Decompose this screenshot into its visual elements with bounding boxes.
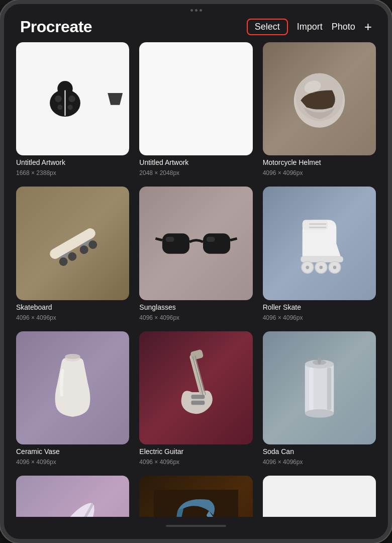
- artwork-thumbnail: [263, 331, 376, 444]
- svg-point-43: [305, 409, 334, 418]
- tablet-inner: Procreate Select Import Photo +: [4, 4, 388, 539]
- svg-rect-23: [303, 220, 328, 230]
- svg-rect-47: [327, 368, 331, 410]
- header: Procreate Select Import Photo +: [4, 14, 388, 42]
- svg-point-3: [55, 96, 62, 103]
- artwork-title: Roller Skate: [263, 303, 376, 311]
- artwork-size: 4096 × 4096px: [139, 314, 252, 321]
- list-item[interactable]: Untitled Artwork 2048 × 2048px: [139, 42, 252, 176]
- svg-line-20: [230, 238, 237, 240]
- list-item[interactable]: Electric Guitar 4096 × 4096px: [139, 331, 252, 466]
- list-item[interactable]: Ceramic Vase 4096 × 4096px: [16, 331, 129, 466]
- svg-rect-35: [189, 354, 205, 395]
- svg-rect-36: [190, 349, 204, 360]
- svg-point-34: [65, 354, 80, 359]
- artwork-size: 2048 × 2048px: [139, 169, 252, 176]
- svg-rect-40: [191, 401, 205, 405]
- artwork-grid: Untitled Artwork 1668 × 2388px Untitled …: [16, 42, 376, 517]
- header-actions: Select Import Photo +: [247, 19, 372, 35]
- svg-rect-17: [162, 233, 189, 254]
- scroll-indicator: [166, 525, 226, 527]
- artwork-title: Sunglasses: [139, 303, 252, 311]
- add-button[interactable]: +: [364, 19, 372, 35]
- svg-rect-39: [191, 395, 205, 399]
- top-bar: [4, 4, 388, 14]
- artwork-thumbnail: [263, 42, 376, 155]
- artwork-size: 4096 × 4096px: [263, 314, 376, 321]
- svg-rect-22: [206, 236, 215, 241]
- list-item[interactable]: Untitled Artwork 1668 × 2388px: [16, 42, 129, 176]
- dot-1: [190, 9, 193, 12]
- artwork-title: Soda Can: [263, 447, 376, 456]
- svg-point-6: [68, 105, 73, 110]
- svg-point-15: [78, 244, 90, 255]
- artwork-title: Electric Guitar: [139, 447, 252, 456]
- svg-rect-21: [165, 236, 174, 241]
- svg-line-19: [155, 238, 162, 240]
- svg-point-32: [333, 265, 336, 269]
- app-title: Procreate: [20, 18, 92, 36]
- import-button[interactable]: Import: [297, 22, 323, 32]
- artwork-size: 4096 × 4096px: [263, 459, 376, 466]
- artwork-thumbnail: [139, 187, 252, 300]
- list-item[interactable]: Roller Skate 4096 × 4096px: [263, 187, 376, 321]
- svg-point-5: [57, 105, 62, 110]
- artwork-size: 1668 × 2388px: [16, 169, 129, 176]
- artwork-title: Skateboard: [16, 303, 129, 311]
- svg-point-4: [68, 96, 75, 103]
- svg-rect-45: [318, 357, 321, 364]
- list-item[interactable]: Soda Can 4096 × 4096px: [263, 331, 376, 466]
- photo-button[interactable]: Photo: [332, 22, 355, 32]
- artwork-title: Ceramic Vase: [16, 447, 129, 456]
- select-button[interactable]: Select: [247, 19, 288, 35]
- artwork-thumbnail: [263, 476, 376, 517]
- svg-point-30: [306, 265, 309, 269]
- camera-area: [190, 9, 202, 12]
- svg-rect-46: [309, 368, 313, 410]
- svg-point-13: [58, 255, 69, 267]
- dot-2: [195, 9, 198, 12]
- artwork-size: 4096 × 4096px: [263, 169, 376, 176]
- artwork-thumbnail: [263, 187, 376, 300]
- artwork-thumbnail: [16, 476, 129, 517]
- artwork-size: 4096 × 4096px: [139, 459, 252, 466]
- artwork-size: 4096 × 4096px: [16, 459, 129, 466]
- tablet-frame: Procreate Select Import Photo +: [0, 0, 392, 543]
- artwork-thumbnail: [16, 42, 129, 155]
- artwork-title: Motorcycle Helmet: [263, 158, 376, 166]
- svg-rect-18: [203, 233, 230, 254]
- artwork-title: Untitled Artwork: [16, 158, 129, 166]
- artwork-thumbnail: [139, 476, 252, 517]
- svg-line-37: [192, 356, 203, 395]
- bottom-bar: [4, 517, 388, 539]
- artwork-size: 4096 × 4096px: [16, 314, 129, 321]
- list-item[interactable]: Sunglasses 4096 × 4096px: [139, 187, 252, 321]
- artwork-thumbnail: [139, 42, 252, 155]
- gallery: Untitled Artwork 1668 × 2388px Untitled …: [4, 42, 388, 517]
- dot-3: [200, 9, 202, 12]
- list-item[interactable]: Skateboard 4096 × 4096px: [16, 187, 129, 321]
- list-item[interactable]: Surfboard 4096 × 4096px: [16, 476, 129, 517]
- svg-point-31: [319, 265, 323, 269]
- list-item[interactable]: Untitled Artwork 2048 × 2048px: [263, 476, 376, 517]
- artwork-title: Untitled Artwork: [139, 158, 252, 166]
- artwork-thumbnail: [16, 187, 129, 300]
- artwork-thumbnail: [139, 331, 252, 444]
- artwork-thumbnail: [16, 331, 129, 444]
- list-item[interactable]: Untitled Artwork 2048 × 2048px: [139, 476, 252, 517]
- list-item[interactable]: Motorcycle Helmet 4096 × 4096px: [263, 42, 376, 176]
